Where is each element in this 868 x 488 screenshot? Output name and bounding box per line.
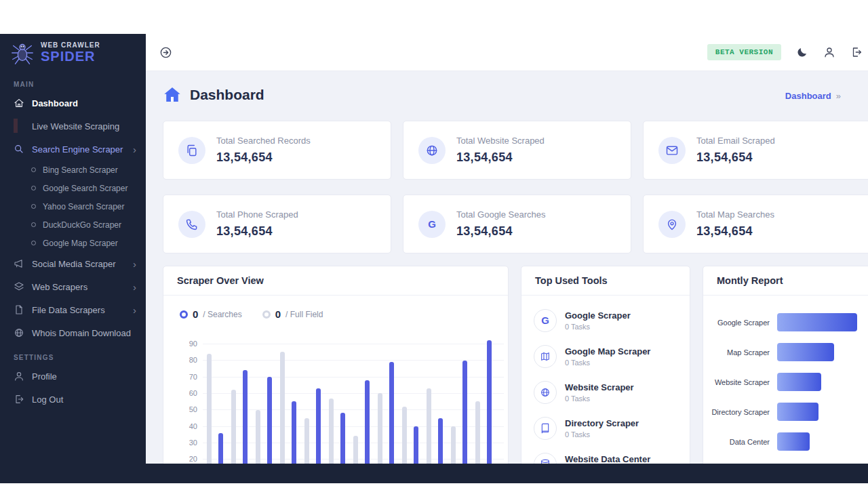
legend-item-full-field[interactable]: 0 / Full Field bbox=[262, 308, 323, 320]
sidebar-item-web-scrapers[interactable]: Web Scrapers bbox=[0, 275, 146, 298]
person-icon bbox=[14, 371, 24, 382]
stat-card-email-scraped: Total Email Scraped 13,54,654 bbox=[643, 121, 868, 180]
breadcrumb-dashboard-link[interactable]: Dashboard bbox=[785, 91, 831, 101]
tool-item-google-scraper[interactable]: G Google Scraper 0 Tasks bbox=[521, 302, 690, 338]
tool-name: Website Data Center bbox=[565, 454, 650, 464]
gridline bbox=[203, 344, 504, 344]
sidebar-section-main: MAIN bbox=[14, 81, 146, 88]
stat-value: 13,54,654 bbox=[216, 224, 298, 239]
sidebar-subitem-label: Google Search Scraper bbox=[43, 184, 127, 193]
tool-item-directory-scraper[interactable]: Directory Scraper 0 Tasks bbox=[521, 410, 690, 446]
stat-card-google-searches: G Total Google Searches 13,54,654 bbox=[403, 195, 631, 253]
megaphone-icon bbox=[14, 258, 24, 269]
legend-item-searches[interactable]: 0 / Searches bbox=[180, 308, 242, 320]
layers-icon bbox=[14, 281, 24, 292]
stat-card-searched-records: Total Searched Records 13,54,654 bbox=[163, 121, 391, 180]
monthly-chart: Google ScraperMap ScraperWebsite Scraper… bbox=[703, 296, 868, 451]
bar-full-field bbox=[256, 410, 260, 464]
bar-searches bbox=[462, 361, 467, 464]
main-content: Dashboard Dashboard » Total Searched Rec… bbox=[146, 71, 868, 464]
panel-title: Top Used Tools bbox=[521, 266, 690, 296]
stat-value: 13,54,654 bbox=[456, 150, 545, 165]
dark-mode-button[interactable] bbox=[796, 46, 808, 58]
sidebar-subitem-label: Yahoo Search Scraper bbox=[43, 202, 125, 211]
tool-name: Google Map Scraper bbox=[565, 346, 650, 357]
monthly-row: Google Scraper bbox=[707, 313, 868, 331]
sidebar-item-search-engine-scraper[interactable]: Search Engine Scraper bbox=[0, 138, 146, 161]
chevron-right-icon bbox=[133, 144, 136, 155]
beta-version-badge: BETA VERSION bbox=[707, 44, 781, 60]
sidebar-section-settings: SETTINGS bbox=[14, 354, 146, 361]
brand-logo[interactable]: WEB CRAWLER SPIDER bbox=[0, 34, 146, 71]
scraper-overview-panel: Scraper Over View 0 / Searches 0 / Full … bbox=[163, 266, 509, 464]
map-icon bbox=[534, 345, 557, 368]
y-tick-label: 80 bbox=[189, 356, 197, 364]
monthly-bar bbox=[777, 343, 834, 361]
sidebar-subitem-duckduckgo[interactable]: DuckDuckGo Scraper bbox=[0, 216, 146, 234]
bar-searches bbox=[316, 388, 321, 464]
logout-icon bbox=[850, 46, 863, 58]
stat-card-phone-scraped: Total Phone Scraped 13,54,654 bbox=[163, 195, 391, 253]
stat-label: Total Searched Records bbox=[216, 136, 311, 146]
monthly-category-label: Google Scraper bbox=[707, 319, 770, 327]
globe-icon bbox=[418, 137, 446, 164]
sidebar: WEB CRAWLER SPIDER MAIN Dashboard Live W… bbox=[0, 34, 146, 464]
brand-name-top: WEB CRAWLER bbox=[41, 41, 100, 49]
sidebar-subitem-yahoo-search[interactable]: Yahoo Search Scraper bbox=[0, 197, 146, 216]
sidebar-item-file-data-scrapers[interactable]: File Data Scrapers bbox=[0, 298, 146, 321]
profile-button[interactable] bbox=[823, 46, 835, 58]
breadcrumb-separator: » bbox=[836, 91, 841, 101]
sidebar-subitem-bing-search[interactable]: Bing Search Scraper bbox=[0, 161, 146, 179]
legend-marker-blue-icon bbox=[180, 310, 188, 319]
tool-tasks: 0 Tasks bbox=[565, 359, 650, 367]
bullet-ring-icon bbox=[31, 204, 36, 209]
bar-full-field bbox=[207, 354, 212, 464]
bullet-ring-icon bbox=[31, 241, 36, 245]
google-g-icon: G bbox=[534, 309, 557, 332]
logout-button[interactable] bbox=[850, 46, 863, 58]
sidebar-item-dashboard[interactable]: Dashboard bbox=[0, 92, 146, 115]
monthly-bar bbox=[777, 373, 821, 391]
gridline bbox=[203, 393, 504, 394]
stat-value: 13,54,654 bbox=[696, 224, 774, 239]
stat-label: Total Website Scraped bbox=[456, 136, 545, 146]
sidebar-subitem-label: Bing Search Scraper bbox=[43, 165, 118, 175]
sidebar-subitem-label: Google Map Scraper bbox=[43, 239, 118, 248]
moon-icon bbox=[796, 46, 808, 58]
tool-name: Website Scraper bbox=[565, 382, 634, 392]
bar-searches bbox=[243, 370, 248, 464]
bar-searches bbox=[340, 413, 345, 464]
monthly-row: Directory Scraper bbox=[707, 403, 868, 421]
y-tick-label: 50 bbox=[189, 405, 197, 413]
sidebar-item-label: File Data Scrapers bbox=[32, 305, 105, 315]
sidebar-item-social-media-scraper[interactable]: Social Media Scraper bbox=[0, 252, 146, 275]
gridline bbox=[203, 426, 504, 427]
bullet-ring-icon bbox=[31, 186, 36, 190]
monthly-category-label: Map Scraper bbox=[707, 348, 770, 357]
stat-card-map-searches: Total Map Searches 13,54,654 bbox=[643, 195, 868, 253]
sidebar-item-live-scraping[interactable]: Live Website Scraping bbox=[0, 115, 146, 138]
top-used-tools-panel: Top Used Tools G Google Scraper 0 Tasks … bbox=[521, 266, 690, 464]
sidebar-item-label: Log Out bbox=[32, 394, 63, 405]
tool-tasks: 0 Tasks bbox=[565, 394, 634, 403]
y-tick-label: 30 bbox=[189, 439, 197, 447]
tool-item-website-scraper[interactable]: Website Scraper 0 Tasks bbox=[521, 374, 690, 410]
mail-icon bbox=[658, 137, 686, 164]
sidebar-subitem-google-search[interactable]: Google Search Scraper bbox=[0, 179, 146, 197]
tool-tasks: 0 Tasks bbox=[565, 430, 639, 439]
legend-label: / Full Field bbox=[285, 310, 323, 319]
sidebar-item-profile[interactable]: Profile bbox=[0, 365, 146, 388]
bar-full-field bbox=[451, 426, 456, 464]
tool-item-website-data-center[interactable]: Website Data Center 0 Tasks bbox=[521, 446, 690, 464]
y-tick-label: 40 bbox=[189, 422, 197, 430]
bar-searches bbox=[487, 340, 492, 464]
sidebar-item-logout[interactable]: Log Out bbox=[0, 388, 146, 411]
sidebar-subitem-google-map[interactable]: Google Map Scraper bbox=[0, 234, 146, 252]
stat-value: 13,54,654 bbox=[216, 150, 311, 165]
page-title: Dashboard bbox=[190, 87, 264, 103]
tool-item-google-map-scraper[interactable]: Google Map Scraper 0 Tasks bbox=[521, 338, 690, 374]
sidebar-toggle-button[interactable] bbox=[159, 46, 172, 59]
bar-searches bbox=[438, 418, 443, 464]
sidebar-item-whois-download[interactable]: Whois Domain Download bbox=[0, 321, 146, 344]
stat-label: Total Email Scraped bbox=[696, 136, 775, 146]
